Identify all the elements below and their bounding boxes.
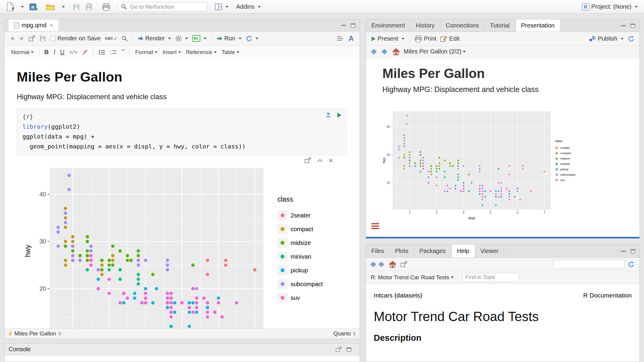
chunk-options-button[interactable] bbox=[173, 34, 190, 43]
save-button[interactable] bbox=[71, 2, 82, 12]
publish-button[interactable]: Publish bbox=[587, 34, 626, 43]
find-in-topic-input[interactable] bbox=[462, 273, 519, 282]
new-project-icon: R bbox=[29, 3, 38, 11]
code-format-button[interactable]: </> bbox=[67, 49, 80, 56]
popout-output-icon[interactable] bbox=[305, 157, 311, 163]
edit-presentation-button[interactable]: Edit bbox=[438, 34, 462, 43]
tab-label: Packages bbox=[419, 248, 446, 254]
numbered-list-button[interactable]: 1 2 bbox=[108, 49, 119, 56]
refresh-presentation-button[interactable] bbox=[626, 34, 637, 43]
reference-menu[interactable]: Reference bbox=[184, 48, 219, 56]
svg-text:30: 30 bbox=[387, 153, 390, 157]
pane-layout-button[interactable] bbox=[213, 2, 231, 11]
nav-forward-icon[interactable] bbox=[381, 48, 389, 55]
forward-arrow-icon bbox=[19, 36, 25, 41]
render-on-save-checkbox[interactable]: Render on Save bbox=[48, 34, 103, 43]
home-icon[interactable] bbox=[392, 48, 400, 55]
new-file-dropdown[interactable] bbox=[17, 5, 26, 9]
updown-icon[interactable] bbox=[353, 332, 355, 335]
format-menu[interactable]: Format bbox=[133, 48, 160, 56]
visual-editor-toggle[interactable]: A bbox=[346, 34, 357, 43]
slide-subtitle: Highway MPG: Displacement and vehicle cl… bbox=[382, 85, 640, 94]
blockquote-button[interactable]: “ bbox=[119, 49, 127, 56]
italic-button[interactable]: I bbox=[51, 48, 58, 56]
bold-button[interactable]: B bbox=[42, 48, 51, 56]
checkbox-icon[interactable] bbox=[50, 36, 56, 41]
tab-connections[interactable]: Connections bbox=[440, 19, 485, 32]
save-all-button[interactable] bbox=[83, 2, 96, 12]
help-search-input[interactable] bbox=[558, 261, 629, 268]
tab-tutorial[interactable]: Tutorial bbox=[485, 19, 515, 32]
doc-type-selector[interactable]: Quarto bbox=[333, 330, 351, 337]
new-file-button[interactable] bbox=[4, 1, 16, 13]
open-file-button[interactable] bbox=[44, 2, 57, 12]
maximize-icon[interactable] bbox=[347, 347, 351, 352]
popout-icon[interactable] bbox=[336, 347, 342, 352]
popout-button[interactable] bbox=[27, 34, 37, 43]
maximize-icon[interactable] bbox=[351, 23, 355, 27]
nav-back-icon[interactable] bbox=[370, 48, 377, 55]
help-home-icon[interactable] bbox=[389, 261, 396, 268]
insert-menu[interactable]: Insert bbox=[160, 48, 184, 56]
pane-splitter[interactable] bbox=[366, 237, 640, 238]
project-menu[interactable]: R Project: (None) bbox=[580, 2, 640, 12]
tab-help[interactable]: Help bbox=[451, 245, 475, 257]
slide-selector[interactable]: Miles Per Gallon (2/2) bbox=[404, 48, 466, 55]
minimize-icon[interactable] bbox=[621, 251, 626, 252]
run-chunk-icon[interactable] bbox=[337, 112, 342, 118]
goto-file-input[interactable] bbox=[129, 3, 204, 10]
minimize-icon[interactable] bbox=[621, 25, 626, 26]
bullet-list-button[interactable] bbox=[96, 49, 108, 56]
outline-toggle-button[interactable] bbox=[335, 35, 346, 42]
topic-selector[interactable]: R: Motor Trend Car Road Tests bbox=[371, 274, 454, 281]
console-header[interactable]: Console bbox=[4, 343, 360, 355]
tab-packages[interactable]: Packages bbox=[414, 245, 451, 257]
tab-history[interactable]: History bbox=[410, 19, 440, 32]
minimize-icon[interactable] bbox=[341, 25, 346, 26]
outline-section-selector[interactable]: Miles Per Gallon bbox=[14, 330, 56, 337]
tab-mpg-qmd[interactable]: mpg.qmd × bbox=[8, 19, 59, 31]
separator bbox=[132, 34, 133, 43]
paragraph-style-select[interactable]: Normal bbox=[9, 48, 36, 56]
print-presentation-button[interactable]: Print bbox=[412, 34, 438, 44]
tab-plots[interactable]: Plots bbox=[390, 245, 414, 257]
clear-format-button[interactable]: T bbox=[80, 48, 91, 56]
refresh-help-button[interactable] bbox=[626, 260, 637, 269]
updown-icon[interactable] bbox=[59, 332, 61, 335]
close-icon[interactable]: × bbox=[49, 22, 53, 29]
forward-button[interactable] bbox=[17, 35, 27, 42]
tab-files[interactable]: Files bbox=[366, 245, 390, 257]
new-project-button[interactable]: R bbox=[27, 1, 40, 12]
addins-menu[interactable]: Addins bbox=[234, 2, 263, 11]
print-button[interactable] bbox=[100, 2, 112, 12]
render-button[interactable]: Render bbox=[135, 34, 173, 43]
underline-button[interactable]: U bbox=[58, 48, 67, 56]
rerun-button[interactable] bbox=[244, 34, 261, 43]
run-button[interactable]: Run bbox=[214, 34, 244, 43]
section-icon: # bbox=[9, 330, 12, 337]
back-button[interactable] bbox=[7, 35, 17, 42]
code-chunk[interactable]: {r} library(ggplot2) ggplot(data = mpg) … bbox=[17, 108, 347, 155]
run-chunks-above-icon[interactable] bbox=[325, 112, 331, 118]
help-search-box bbox=[553, 260, 625, 269]
insert-chunk-button[interactable]: C bbox=[190, 33, 209, 43]
tab-environment[interactable]: Environment bbox=[366, 19, 410, 32]
help-forward-icon[interactable] bbox=[378, 261, 386, 268]
open-recent-dropdown[interactable] bbox=[58, 5, 67, 9]
console-body[interactable] bbox=[4, 355, 360, 362]
present-button[interactable]: Present bbox=[369, 34, 407, 43]
close-output-icon[interactable]: × bbox=[329, 157, 333, 164]
find-replace-button[interactable] bbox=[120, 34, 130, 43]
table-menu[interactable]: Table bbox=[219, 48, 242, 56]
help-back-icon[interactable] bbox=[369, 261, 377, 268]
document-editor[interactable]: Miles Per Gallon Highway MPG: Displaceme… bbox=[4, 59, 360, 328]
tab-presentation[interactable]: Presentation bbox=[515, 19, 560, 32]
tab-viewer[interactable]: Viewer bbox=[475, 245, 504, 257]
maximize-icon[interactable] bbox=[631, 249, 635, 253]
collapse-output-icon[interactable] bbox=[317, 159, 323, 162]
maximize-icon[interactable] bbox=[631, 24, 635, 28]
save-doc-button[interactable] bbox=[37, 34, 48, 43]
slide-menu-button[interactable] bbox=[371, 222, 379, 230]
spellcheck-button[interactable]: ABC✓ bbox=[103, 35, 120, 42]
popout-help-icon[interactable] bbox=[401, 261, 407, 267]
